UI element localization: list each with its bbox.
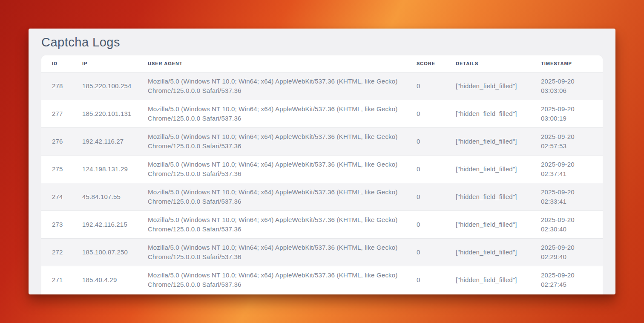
cell-details: ["hidden_field_filled"] [456, 266, 541, 294]
cell-ip: 185.220.101.131 [82, 100, 148, 127]
cell-timestamp: 2025-09-20 02:30:40 [541, 211, 603, 238]
cell-ip: 124.198.131.29 [82, 155, 148, 183]
cell-id: 273 [41, 211, 82, 238]
column-header-id: ID [41, 55, 82, 72]
cell-id: 278 [41, 72, 82, 100]
captcha-logs-card: Captcha Logs ID IP USER AGENT SCORE DETA… [29, 29, 615, 294]
cell-ip: 192.42.116.27 [82, 127, 148, 155]
cell-score: 0 [417, 238, 456, 266]
cell-user-agent: Mozilla/5.0 (Windows NT 10.0; Win64; x64… [148, 211, 417, 238]
cell-details: ["hidden_field_filled"] [456, 238, 541, 266]
cell-score: 0 [417, 72, 456, 100]
column-header-ip: IP [82, 55, 148, 72]
page-title: Captcha Logs [41, 35, 603, 49]
cell-score: 0 [417, 100, 456, 127]
cell-user-agent: Mozilla/5.0 (Windows NT 10.0; Win64; x64… [148, 183, 417, 211]
cell-ip: 45.84.107.55 [82, 183, 148, 211]
table-header-row: ID IP USER AGENT SCORE DETAILS TIMESTAMP [41, 55, 603, 72]
cell-timestamp: 2025-09-20 02:27:45 [541, 266, 603, 294]
cell-ip: 192.42.116.215 [82, 211, 148, 238]
column-header-user-agent: USER AGENT [148, 55, 417, 72]
logs-table-body: 278 185.220.100.254 Mozilla/5.0 (Windows… [41, 72, 603, 294]
cell-id: 276 [41, 127, 82, 155]
cell-timestamp: 2025-09-20 02:29:40 [541, 238, 603, 266]
cell-id: 272 [41, 238, 82, 266]
table-row[interactable]: 278 185.220.100.254 Mozilla/5.0 (Windows… [41, 72, 603, 100]
cell-score: 0 [417, 155, 456, 183]
cell-ip: 185.220.100.254 [82, 72, 148, 100]
cell-details: ["hidden_field_filled"] [456, 72, 541, 100]
cell-details: ["hidden_field_filled"] [456, 211, 541, 238]
cell-score: 0 [417, 211, 456, 238]
cell-timestamp: 2025-09-20 02:37:41 [541, 155, 603, 183]
cell-timestamp: 2025-09-20 02:57:53 [541, 127, 603, 155]
table-row[interactable]: 275 124.198.131.29 Mozilla/5.0 (Windows … [41, 155, 603, 183]
cell-score: 0 [417, 183, 456, 211]
table-row[interactable]: 274 45.84.107.55 Mozilla/5.0 (Windows NT… [41, 183, 603, 211]
cell-user-agent: Mozilla/5.0 (Windows NT 10.0; Win64; x64… [148, 238, 417, 266]
column-header-score: SCORE [417, 55, 456, 72]
cell-id: 274 [41, 183, 82, 211]
cell-ip: 185.100.87.250 [82, 238, 148, 266]
cell-user-agent: Mozilla/5.0 (Windows NT 10.0; Win64; x64… [148, 100, 417, 127]
logs-table-container: ID IP USER AGENT SCORE DETAILS TIMESTAMP… [41, 55, 603, 294]
cell-timestamp: 2025-09-20 03:03:06 [541, 72, 603, 100]
cell-user-agent: Mozilla/5.0 (Windows NT 10.0; Win64; x64… [148, 127, 417, 155]
cell-details: ["hidden_field_filled"] [456, 100, 541, 127]
cell-ip: 185.40.4.29 [82, 266, 148, 294]
cell-details: ["hidden_field_filled"] [456, 155, 541, 183]
cell-score: 0 [417, 266, 456, 294]
table-row[interactable]: 273 192.42.116.215 Mozilla/5.0 (Windows … [41, 211, 603, 238]
table-row[interactable]: 271 185.40.4.29 Mozilla/5.0 (Windows NT … [41, 266, 603, 294]
cell-id: 275 [41, 155, 82, 183]
cell-id: 271 [41, 266, 82, 294]
table-row[interactable]: 277 185.220.101.131 Mozilla/5.0 (Windows… [41, 100, 603, 127]
logs-table: ID IP USER AGENT SCORE DETAILS TIMESTAMP… [41, 55, 603, 294]
cell-user-agent: Mozilla/5.0 (Windows NT 10.0; Win64; x64… [148, 266, 417, 294]
cell-id: 277 [41, 100, 82, 127]
column-header-details: DETAILS [456, 55, 541, 72]
table-row[interactable]: 272 185.100.87.250 Mozilla/5.0 (Windows … [41, 238, 603, 266]
cell-details: ["hidden_field_filled"] [456, 127, 541, 155]
cell-score: 0 [417, 127, 456, 155]
cell-user-agent: Mozilla/5.0 (Windows NT 10.0; Win64; x64… [148, 72, 417, 100]
page-background: Captcha Logs ID IP USER AGENT SCORE DETA… [0, 0, 644, 323]
column-header-timestamp: TIMESTAMP [541, 55, 603, 72]
cell-timestamp: 2025-09-20 02:33:41 [541, 183, 603, 211]
table-row[interactable]: 276 192.42.116.27 Mozilla/5.0 (Windows N… [41, 127, 603, 155]
cell-details: ["hidden_field_filled"] [456, 183, 541, 211]
cell-timestamp: 2025-09-20 03:00:19 [541, 100, 603, 127]
cell-user-agent: Mozilla/5.0 (Windows NT 10.0; Win64; x64… [148, 155, 417, 183]
